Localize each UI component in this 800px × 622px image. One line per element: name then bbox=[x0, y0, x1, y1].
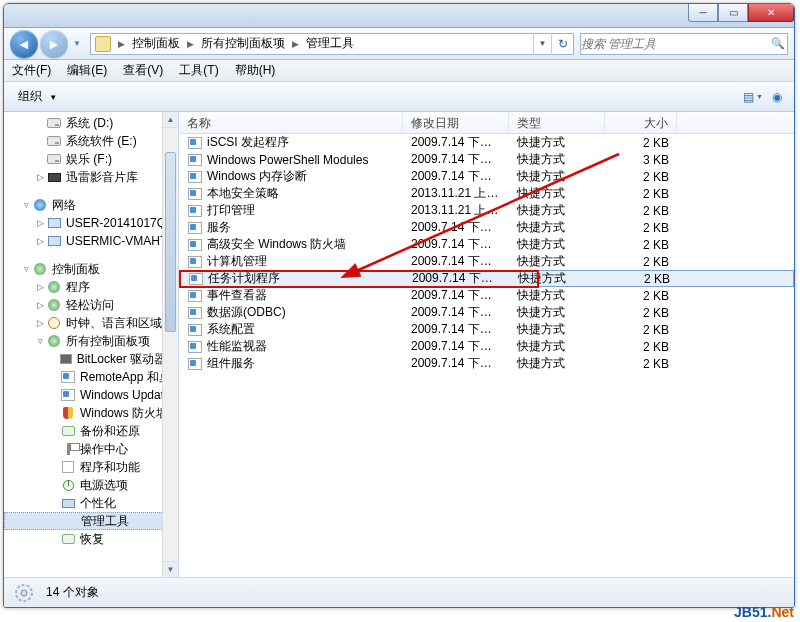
list-row[interactable]: 数据源(ODBC)2009.7.14 下午 1...快捷方式2 KB bbox=[179, 304, 794, 321]
sidebar-item[interactable]: 备份和还原 bbox=[4, 422, 178, 440]
caret-icon[interactable]: ▷ bbox=[34, 282, 46, 292]
caret-icon[interactable]: ▷ bbox=[34, 172, 46, 182]
sidebar-item[interactable]: 电源选项 bbox=[4, 476, 178, 494]
row-size: 2 KB bbox=[605, 340, 677, 354]
menu-edit[interactable]: 编辑(E) bbox=[59, 62, 115, 79]
close-button[interactable]: ✕ bbox=[748, 4, 794, 22]
organize-button[interactable]: 组织 ▼ bbox=[10, 86, 65, 107]
forward-button[interactable]: ► bbox=[40, 30, 68, 58]
drive-icon bbox=[46, 116, 62, 130]
breadcrumb-dropdown[interactable]: ▼ bbox=[533, 33, 551, 55]
row-date: 2009.7.14 下午 1... bbox=[403, 287, 509, 304]
column-type[interactable]: 类型 bbox=[509, 112, 605, 133]
caret-icon[interactable]: ▿ bbox=[20, 264, 32, 274]
breadcrumb-part3[interactable]: 管理工具 bbox=[302, 35, 358, 52]
list-row[interactable]: 高级安全 Windows 防火墙2009.7.14 下午 1...快捷方式2 K… bbox=[179, 236, 794, 253]
chevron-right-icon: ▶ bbox=[115, 39, 128, 49]
list-row[interactable]: 系统配置2009.7.14 下午 1...快捷方式2 KB bbox=[179, 321, 794, 338]
list-row[interactable]: 打印管理2013.11.21 上午...快捷方式2 KB bbox=[179, 202, 794, 219]
sidebar-item[interactable]: ▷USERMIC-VMAH7V bbox=[4, 232, 178, 250]
list-row[interactable]: 任务计划程序2009.7.14 下午 1...快捷方式2 KB bbox=[179, 270, 794, 287]
list-row[interactable]: 服务2009.7.14 下午 1...快捷方式2 KB bbox=[179, 219, 794, 236]
sidebar-item[interactable]: 娱乐 (F:) bbox=[4, 150, 178, 168]
row-name: Windows PowerShell Modules bbox=[207, 153, 368, 167]
pwr-icon bbox=[60, 478, 76, 492]
row-size: 2 KB bbox=[605, 255, 677, 269]
sidebar-item-label: 时钟、语言和区域 bbox=[66, 315, 162, 332]
recovery-icon bbox=[60, 424, 76, 438]
sidebar-item[interactable]: 恢复 bbox=[4, 530, 178, 548]
breadcrumb-part1[interactable]: 控制面板 bbox=[128, 35, 184, 52]
sidebar-item[interactable]: ▷迅雷影音片库 bbox=[4, 168, 178, 186]
sidebar-item[interactable]: 系统软件 (E:) bbox=[4, 132, 178, 150]
sidebar-item[interactable]: ▷轻松访问 bbox=[4, 296, 178, 314]
sidebar-item[interactable]: 程序和功能 bbox=[4, 458, 178, 476]
sidebar-item[interactable]: Windows Update bbox=[4, 386, 178, 404]
caret-icon[interactable]: ▷ bbox=[34, 218, 46, 228]
back-button[interactable]: ◄ bbox=[10, 30, 38, 58]
sidebar-item[interactable]: 操作中心 bbox=[4, 440, 178, 458]
sidebar-item[interactable]: Windows 防火墙 bbox=[4, 404, 178, 422]
column-name[interactable]: 名称 bbox=[179, 112, 403, 133]
cp-icon bbox=[46, 280, 62, 294]
minimize-button[interactable]: ─ bbox=[688, 4, 718, 22]
view-mode-button[interactable]: ▤▼ bbox=[742, 87, 764, 107]
menu-file[interactable]: 文件(F) bbox=[4, 62, 59, 79]
breadcrumb-part2[interactable]: 所有控制面板项 bbox=[197, 35, 289, 52]
sidebar: 系统 (D:)系统软件 (E:)娱乐 (F:)▷迅雷影音片库▿网络▷USER-2… bbox=[4, 112, 179, 577]
list-row[interactable]: 性能监视器2009.7.14 下午 1...快捷方式2 KB bbox=[179, 338, 794, 355]
list-row[interactable]: iSCSI 发起程序2009.7.14 下午 1...快捷方式2 KB bbox=[179, 134, 794, 151]
caret-icon[interactable]: ▿ bbox=[20, 200, 32, 210]
scroll-thumb[interactable] bbox=[165, 152, 176, 332]
list-row[interactable]: 事件查看器2009.7.14 下午 1...快捷方式2 KB bbox=[179, 287, 794, 304]
sidebar-item[interactable]: 系统 (D:) bbox=[4, 114, 178, 132]
list-row[interactable]: 组件服务2009.7.14 下午 1...快捷方式2 KB bbox=[179, 355, 794, 372]
help-button[interactable]: ◉ bbox=[766, 87, 788, 107]
caret-icon[interactable]: ▿ bbox=[34, 336, 46, 346]
sidebar-item[interactable]: ▿网络 bbox=[4, 196, 178, 214]
sidebar-item[interactable]: BitLocker 驱动器加 bbox=[4, 350, 178, 368]
search-box[interactable]: 🔍 bbox=[580, 33, 788, 55]
menu-view[interactable]: 查看(V) bbox=[115, 62, 171, 79]
history-dropdown[interactable]: ▼ bbox=[70, 34, 84, 54]
list-row[interactable]: Windows PowerShell Modules2009.7.14 下午 1… bbox=[179, 151, 794, 168]
sidebar-item[interactable]: ▷程序 bbox=[4, 278, 178, 296]
row-date: 2009.7.14 下午 1... bbox=[404, 270, 510, 287]
row-type: 快捷方式 bbox=[509, 253, 605, 270]
caret-icon[interactable]: ▷ bbox=[34, 318, 46, 328]
menu-help[interactable]: 帮助(H) bbox=[227, 62, 284, 79]
drive-icon bbox=[46, 152, 62, 166]
shortcut-icon bbox=[187, 187, 203, 201]
sidebar-item[interactable]: 个性化 bbox=[4, 494, 178, 512]
row-type: 快捷方式 bbox=[509, 134, 605, 151]
list-row[interactable]: Windows 内存诊断2009.7.14 下午 1...快捷方式2 KB bbox=[179, 168, 794, 185]
row-type: 快捷方式 bbox=[509, 185, 605, 202]
sidebar-item[interactable]: ▿所有控制面板项 bbox=[4, 332, 178, 350]
search-icon[interactable]: 🔍 bbox=[769, 37, 787, 50]
menu-tools[interactable]: 工具(T) bbox=[171, 62, 226, 79]
sidebar-item[interactable]: 管理工具 bbox=[4, 512, 178, 530]
sidebar-item[interactable]: ▷时钟、语言和区域 bbox=[4, 314, 178, 332]
chevron-right-icon: ▶ bbox=[289, 39, 302, 49]
caret-icon[interactable]: ▷ bbox=[34, 300, 46, 310]
sidebar-item[interactable]: RemoteApp 和桌 bbox=[4, 368, 178, 386]
column-date[interactable]: 修改日期 bbox=[403, 112, 509, 133]
prog-icon bbox=[60, 460, 76, 474]
maximize-button[interactable]: ▭ bbox=[718, 4, 748, 22]
sidebar-item[interactable]: ▷USER-20141017QI bbox=[4, 214, 178, 232]
shortcut-icon bbox=[187, 153, 203, 167]
list-row[interactable]: 本地安全策略2013.11.21 上午...快捷方式2 KB bbox=[179, 185, 794, 202]
refresh-button[interactable]: ↻ bbox=[551, 33, 573, 55]
sidebar-item-label: 恢复 bbox=[80, 531, 104, 548]
sidebar-item-label: 迅雷影音片库 bbox=[66, 169, 138, 186]
breadcrumb[interactable]: ▶ 控制面板 ▶ 所有控制面板项 ▶ 管理工具 ▼ ↻ bbox=[90, 33, 574, 55]
sidebar-item[interactable]: ▿控制面板 bbox=[4, 260, 178, 278]
scroll-down[interactable]: ▼ bbox=[163, 561, 178, 577]
search-input[interactable] bbox=[581, 37, 769, 51]
scroll-up[interactable]: ▲ bbox=[163, 112, 178, 128]
column-size[interactable]: 大小 bbox=[605, 112, 677, 133]
scrollbar[interactable]: ▲ ▼ bbox=[162, 112, 178, 577]
caret-icon[interactable]: ▷ bbox=[34, 236, 46, 246]
list-row[interactable]: 计算机管理2009.7.14 下午 1...快捷方式2 KB bbox=[179, 253, 794, 270]
sidebar-item-label: 娱乐 (F:) bbox=[66, 151, 112, 168]
